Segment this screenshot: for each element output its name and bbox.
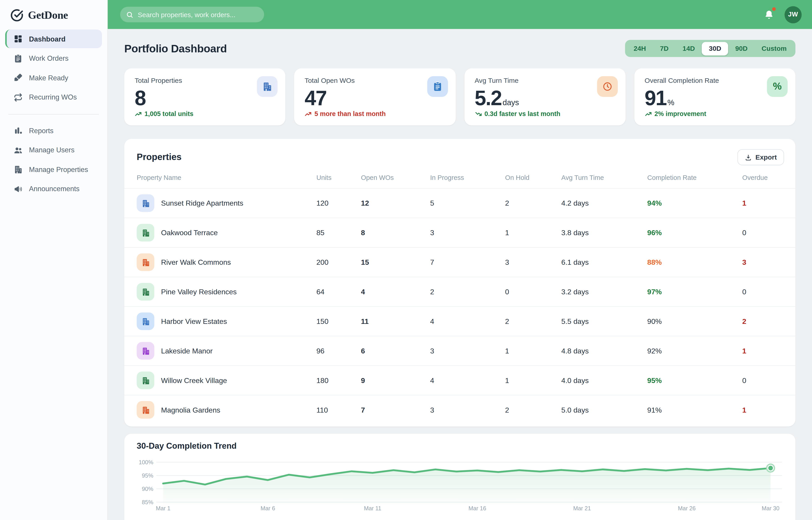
- time-range-90d[interactable]: 90D: [728, 42, 755, 55]
- property-name-cell: Magnolia Gardens: [137, 401, 316, 419]
- export-button[interactable]: Export: [737, 149, 784, 165]
- stat-label: Total Properties: [135, 77, 275, 84]
- avatar[interactable]: JW: [784, 6, 802, 23]
- trend-chart-title: 30-Day Completion Trend: [137, 441, 783, 451]
- svg-text:100%: 100%: [139, 459, 153, 465]
- sidebar-item-reports[interactable]: Reports: [5, 121, 102, 140]
- column-header-units: Units: [316, 174, 361, 181]
- on-hold-cell: 1: [505, 347, 561, 355]
- clipboard-icon: [13, 54, 23, 63]
- properties-card: Properties Export Property NameUnitsOpen…: [124, 139, 795, 426]
- table-row-oakwood-terrace[interactable]: Oakwood Terrace858313.8 days96%0: [124, 217, 795, 247]
- property-name-cell: River Walk Commons: [137, 254, 316, 271]
- property-name: Lakeside Manor: [161, 347, 213, 355]
- sidebar-item-label: Recurring WOs: [29, 93, 77, 101]
- units-cell: 180: [316, 376, 361, 385]
- users-icon: [13, 145, 23, 155]
- column-header-avg-turn-time: Avg Turn Time: [561, 174, 647, 181]
- table-row-lakeside-manor[interactable]: Lakeside Manor966314.8 days92%1: [124, 336, 795, 365]
- search-field: [120, 7, 264, 22]
- time-range-7d[interactable]: 7D: [653, 42, 675, 55]
- sidebar-nav: DashboardWork OrdersMake ReadyRecurring …: [0, 30, 107, 199]
- trend-down-icon: [475, 110, 482, 118]
- property-building-icon: [137, 254, 154, 271]
- sidebar-item-label: Manage Properties: [29, 166, 88, 173]
- time-range-30d[interactable]: 30D: [702, 42, 728, 55]
- svg-text:Mar 26: Mar 26: [678, 505, 696, 512]
- property-name-cell: Pine Valley Residences: [137, 283, 316, 301]
- overdue-cell: 0: [742, 376, 783, 385]
- column-header-open-wos: Open WOs: [361, 174, 430, 181]
- brand-name: GetDone: [28, 9, 68, 22]
- stat-value-suffix: days: [503, 98, 519, 107]
- on-hold-cell: 1: [505, 376, 561, 385]
- property-building-icon: [137, 194, 154, 212]
- time-range-24h[interactable]: 24H: [626, 42, 653, 55]
- sidebar-item-dashboard[interactable]: Dashboard: [5, 30, 102, 48]
- svg-text:Mar 6: Mar 6: [260, 505, 275, 512]
- sidebar-item-manage-properties[interactable]: Manage Properties: [5, 160, 102, 179]
- property-name: Oakwood Terrace: [161, 229, 218, 237]
- stat-value: 47: [305, 87, 327, 109]
- sidebar-item-announcements[interactable]: Announcements: [5, 180, 102, 199]
- units-cell: 200: [316, 258, 361, 266]
- in-progress-cell: 2: [430, 288, 505, 296]
- sidebar-item-label: Make Ready: [29, 74, 68, 81]
- property-building-icon: [137, 401, 154, 419]
- notification-badge: [772, 7, 776, 10]
- sidebar-item-manage-users[interactable]: Manage Users: [5, 140, 102, 159]
- trend-chart-card: 30-Day Completion Trend 85%90%95%100%Mar…: [124, 434, 795, 520]
- completion-rate-cell: 92%: [647, 347, 742, 355]
- svg-text:Mar 1: Mar 1: [156, 505, 170, 512]
- in-progress-cell: 3: [430, 406, 505, 414]
- main-column: JW Portfolio Dashboard 24H7D14D30D90DCus…: [108, 0, 812, 520]
- megaphone-icon: [13, 184, 23, 193]
- clipboard-icon: [427, 76, 448, 97]
- completion-rate-cell: 94%: [647, 199, 742, 207]
- overdue-cell: 1: [742, 199, 783, 207]
- table-header-row: Property NameUnitsOpen WOsIn ProgressOn …: [124, 174, 795, 188]
- property-building-icon: [137, 312, 154, 330]
- completion-trend-chart: 85%90%95%100%Mar 1Mar 6Mar 11Mar 16Mar 2…: [137, 455, 783, 513]
- open-wos-cell: 15: [361, 258, 430, 266]
- property-name: Willow Creek Village: [161, 376, 227, 385]
- property-building-icon: [137, 224, 154, 241]
- sidebar-item-label: Dashboard: [29, 35, 66, 43]
- brush-icon: [13, 73, 23, 82]
- trend-up-icon: [305, 110, 312, 118]
- stat-value: 8: [135, 87, 145, 109]
- sidebar-divider: [8, 114, 99, 114]
- sidebar-item-work-orders[interactable]: Work Orders: [5, 49, 102, 68]
- on-hold-cell: 2: [505, 317, 561, 326]
- sidebar-item-recurring-wos[interactable]: Recurring WOs: [5, 88, 102, 106]
- search-input[interactable]: [120, 7, 264, 22]
- open-wos-cell: 11: [361, 317, 430, 326]
- units-cell: 120: [316, 199, 361, 207]
- open-wos-cell: 4: [361, 288, 430, 296]
- svg-text:90%: 90%: [142, 486, 153, 492]
- app-window: GetDone DashboardWork OrdersMake ReadyRe…: [0, 0, 812, 520]
- topbar: JW: [108, 0, 812, 29]
- time-range-custom[interactable]: Custom: [755, 42, 793, 55]
- table-row-pine-valley-residences[interactable]: Pine Valley Residences644203.2 days97%0: [124, 277, 795, 306]
- table-row-sunset-ridge-apartments[interactable]: Sunset Ridge Apartments12012524.2 days94…: [124, 188, 795, 217]
- table-row-willow-creek-village[interactable]: Willow Creek Village1809414.0 days95%0: [124, 365, 795, 395]
- stat-note: 5 more than last month: [305, 110, 386, 118]
- table-row-harbor-view-estates[interactable]: Harbor View Estates15011425.5 days90%2: [124, 306, 795, 336]
- property-name-cell: Oakwood Terrace: [137, 224, 316, 241]
- property-building-icon: [137, 371, 154, 389]
- sidebar-item-make-ready[interactable]: Make Ready: [5, 69, 102, 87]
- time-range-14d[interactable]: 14D: [675, 42, 702, 55]
- table-row-magnolia-gardens[interactable]: Magnolia Gardens1107325.0 days91%1: [124, 395, 795, 424]
- property-name: Magnolia Gardens: [161, 406, 220, 414]
- table-row-river-walk-commons[interactable]: River Walk Commons20015736.1 days88%3: [124, 247, 795, 277]
- avg-turn-time-cell: 6.1 days: [561, 258, 647, 266]
- overdue-cell: 1: [742, 406, 783, 414]
- notifications-bell-icon[interactable]: [764, 9, 774, 20]
- overdue-cell: 0: [742, 229, 783, 237]
- avg-turn-time-cell: 3.2 days: [561, 288, 647, 296]
- units-cell: 64: [316, 288, 361, 296]
- stat-note-text: 1,005 total units: [145, 110, 194, 118]
- open-wos-cell: 8: [361, 229, 430, 237]
- on-hold-cell: 2: [505, 406, 561, 414]
